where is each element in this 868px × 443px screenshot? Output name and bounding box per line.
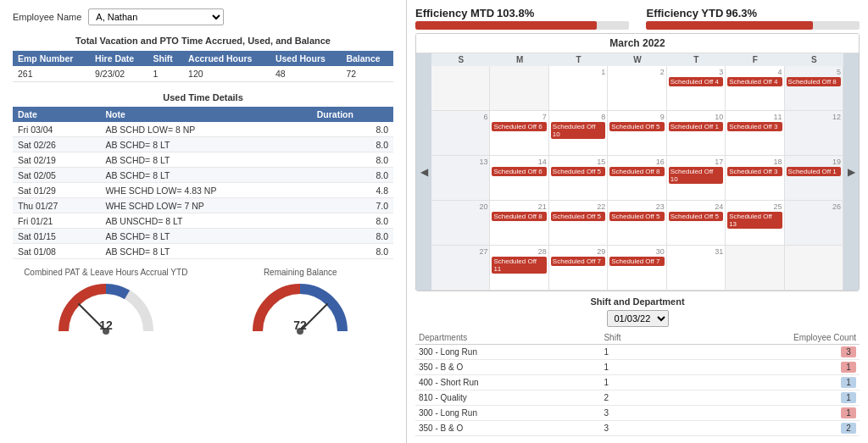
shift-cell: 3 — [666, 345, 860, 360]
calendar-cell: 25Scheduled Off 13 — [726, 201, 784, 246]
used-time-cell: Sat 02/19 — [13, 152, 100, 168]
calendar-cell: 4Scheduled Off 4 — [726, 66, 784, 111]
vacation-cell: 48 — [270, 66, 342, 82]
shift-row: 350 - B & O11 — [415, 360, 860, 375]
calendar-event: Scheduled Off 1 — [669, 122, 723, 131]
vacation-cell: 72 — [341, 66, 393, 82]
calendar-dow-label: M — [490, 53, 548, 66]
used-time-cell: Fri 01/21 — [13, 213, 100, 229]
calendar-title: March 2022 — [416, 34, 859, 53]
shift-cell: 1 — [666, 406, 860, 421]
calendar-cell: 12 — [785, 111, 843, 156]
calendar-day-number: 10 — [669, 113, 723, 121]
shift-cell: 2 — [666, 421, 860, 436]
calendar-day-number: 22 — [551, 202, 605, 211]
calendar-cell — [785, 246, 843, 291]
calendar-prev-btn[interactable]: ◀ — [416, 53, 431, 291]
calendar-cell: 19Scheduled Off 1 — [785, 156, 843, 201]
calendar-event: Scheduled Off 11 — [492, 257, 546, 274]
calendar-dow-label: S — [431, 53, 490, 66]
calendar-dow-label: T — [549, 53, 608, 66]
calendar-event: Scheduled Off 3 — [727, 122, 782, 131]
calendar-day-number: 14 — [492, 158, 546, 166]
used-time-row: Sat 02/05AB SCHD= 8 LT8.0 — [13, 168, 393, 183]
calendar-next-btn[interactable]: ▶ — [843, 53, 859, 291]
shift-row: 300 - Long Run31 — [415, 406, 860, 421]
employee-name-select[interactable]: A, Nathan — [88, 8, 224, 25]
used-time-cell: AB SCHD= 8 LT — [100, 244, 311, 259]
shift-cell: 2 — [600, 390, 666, 406]
calendar-cell: 30Scheduled Off 7 — [608, 246, 666, 291]
shift-cell: 1 — [666, 390, 860, 406]
efficiency-mtd-label: Efficiency MTD 103.8% — [415, 7, 534, 19]
vacation-title: Total Vacation and PTO Time Accrued, Use… — [13, 36, 393, 46]
used-time-col-header: Duration — [312, 107, 393, 122]
calendar-day-number: 26 — [787, 202, 841, 211]
gauge-left: Combined PAT & Leave Hours Accrual YTD 1… — [13, 268, 199, 335]
used-time-title: Used Time Details — [13, 92, 393, 102]
right-panel: Efficiency MTD 103.8% Efficiency YTD 96.… — [407, 0, 868, 443]
shift-cell: 1 — [666, 360, 860, 375]
calendar-event: Scheduled Off 7 — [551, 257, 605, 266]
vacation-row: 2619/23/0211204872 — [13, 66, 393, 82]
calendar-cell: 18Scheduled Off 3 — [726, 156, 784, 201]
calendar-cell — [431, 66, 490, 111]
calendar-day-number: 9 — [609, 113, 664, 121]
vacation-col-header: Accrued Hours — [183, 51, 270, 66]
shift-cell: 3 — [600, 421, 666, 436]
calendar-day-number: 20 — [433, 202, 487, 211]
calendar-day-number: 4 — [727, 68, 782, 76]
used-time-row: Sat 01/08AB SCHD= 8 LT8.0 — [13, 244, 393, 259]
count-badge: 1 — [841, 392, 856, 403]
used-time-cell: AB UNSCHD= 8 LT — [100, 213, 311, 229]
shift-date-select[interactable]: 01/03/22 — [607, 310, 669, 327]
efficiency-ytd-bar — [646, 21, 860, 30]
used-time-col-header: Note — [100, 107, 311, 122]
calendar-day-number: 13 — [433, 158, 487, 166]
calendar-cell: 16Scheduled Off 8 — [608, 156, 666, 201]
used-time-cell: WHE SCHD LOW= 4.83 NP — [100, 183, 311, 198]
used-time-cell: 7.0 — [312, 198, 393, 213]
calendar-event: Scheduled Off 7 — [609, 257, 664, 266]
calendar-event: Scheduled Off 5 — [669, 212, 723, 221]
shift-cell: 350 - B & O — [415, 421, 600, 436]
calendar-cell: 10Scheduled Off 1 — [667, 111, 726, 156]
calendar-event: Scheduled Off 4 — [727, 77, 782, 86]
calendar-event: Scheduled Off 8 — [787, 77, 841, 86]
used-time-cell: AB SCHD= 8 LT — [100, 168, 311, 183]
gauge-section: Combined PAT & Leave Hours Accrual YTD 1… — [13, 268, 393, 335]
calendar-days-grid: 123Scheduled Off 44Scheduled Off 45Sched… — [431, 66, 843, 291]
calendar-day-number: 11 — [727, 113, 782, 121]
shift-cell: 350 - B & O — [415, 360, 600, 375]
calendar-cell: 22Scheduled Off 5 — [549, 201, 608, 246]
calendar-event: Scheduled Off 10 — [551, 122, 605, 139]
svg-text:12: 12 — [99, 318, 113, 332]
calendar-event: Scheduled Off 6 — [492, 167, 546, 176]
calendar-day-number: 2 — [609, 68, 664, 76]
used-time-cell: 8.0 — [312, 122, 393, 137]
calendar-event: Scheduled Off 3 — [727, 167, 782, 176]
shift-cell: 1 — [666, 375, 860, 390]
calendar-event: Scheduled Off 13 — [727, 212, 782, 229]
calendar-cell: 6 — [431, 111, 490, 156]
calendar-cell: 28Scheduled Off 11 — [490, 246, 548, 291]
calendar-day-number: 7 — [492, 113, 546, 121]
calendar-cell: 15Scheduled Off 5 — [549, 156, 608, 201]
efficiency-mtd-value: 103.8% — [497, 7, 534, 19]
count-badge: 1 — [841, 362, 856, 373]
vacation-col-header: Used Hours — [270, 51, 342, 66]
used-time-col-header: Date — [13, 107, 100, 122]
calendar-day-number: 29 — [551, 247, 605, 256]
calendar-dow-label: F — [726, 53, 784, 66]
calendar-grid-wrapper: SMTWTFS 123Scheduled Off 44Scheduled Off… — [431, 53, 843, 291]
used-time-cell: Thu 01/27 — [13, 198, 100, 213]
calendar-day-number: 23 — [609, 202, 664, 211]
used-time-row: Fri 03/04AB SCHD LOW= 8 NP8.0 — [13, 122, 393, 137]
calendar-cell — [490, 66, 548, 111]
count-badge: 2 — [841, 423, 856, 434]
calendar-cell — [726, 246, 784, 291]
calendar-cell: 2 — [608, 66, 666, 111]
vacation-cell: 120 — [183, 66, 270, 82]
efficiency-mtd-bar — [415, 21, 629, 30]
calendar-event: Scheduled Off 8 — [609, 167, 664, 176]
